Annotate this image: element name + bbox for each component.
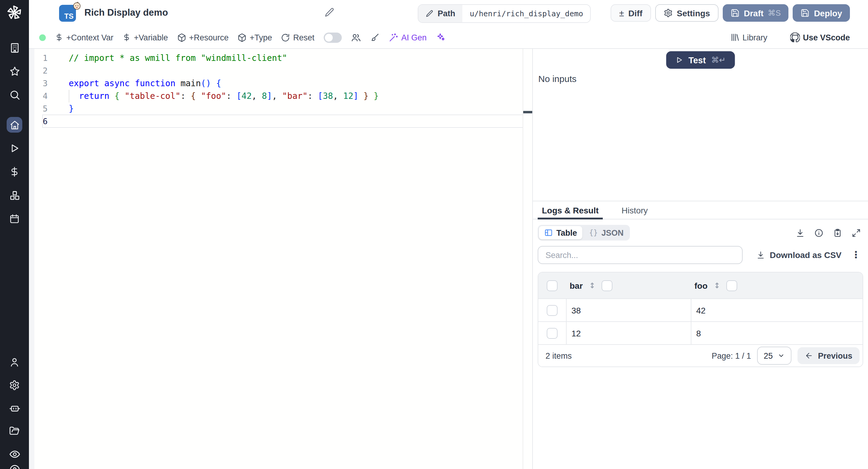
add-type-button[interactable]: +Type bbox=[238, 33, 272, 42]
help-icon[interactable] bbox=[7, 462, 22, 469]
edit-title-pencil-icon[interactable] bbox=[324, 7, 335, 18]
page-indicator: Page: 1 / 1 bbox=[712, 351, 751, 360]
items-count: 2 items bbox=[546, 351, 572, 360]
toolbar-left: +Context Var +Variable +Resource +Type R… bbox=[39, 32, 445, 42]
editor-toolbar: +Context Var +Variable +Resource +Type R… bbox=[29, 27, 868, 49]
add-context-var-button[interactable]: +Context Var bbox=[55, 33, 113, 42]
deploy-button[interactable]: Deploy bbox=[793, 4, 850, 22]
buildings-icon[interactable] bbox=[7, 40, 22, 56]
home-icon[interactable] bbox=[7, 117, 22, 133]
test-button[interactable]: Test ⌘↵ bbox=[666, 51, 735, 69]
code-line[interactable] bbox=[69, 64, 523, 77]
download-icon[interactable] bbox=[796, 228, 805, 237]
code-line[interactable]: // import * as wmill from "windmill-clie… bbox=[69, 52, 523, 64]
resources-boxes-icon[interactable] bbox=[7, 187, 22, 203]
arrow-left-icon bbox=[805, 351, 813, 360]
code-editor[interactable]: 123456 // import * as wmill from "windmi… bbox=[29, 49, 532, 469]
library-books-icon bbox=[730, 33, 739, 42]
ai-gen-button[interactable]: AI Gen bbox=[389, 33, 427, 42]
code-line[interactable] bbox=[69, 115, 523, 128]
star-icon[interactable] bbox=[7, 63, 22, 79]
sidebar-main-group bbox=[7, 117, 22, 227]
settings-gear-icon[interactable] bbox=[7, 377, 22, 393]
schedules-calendar-icon[interactable] bbox=[7, 211, 22, 227]
csv-group: Download as CSV ⋮ bbox=[756, 250, 861, 260]
tab-history[interactable]: History bbox=[617, 201, 652, 219]
use-vscode-button[interactable]: Use VScode bbox=[790, 33, 850, 42]
settings-button[interactable]: Settings bbox=[655, 4, 718, 22]
result-table-footer: 2 items Page: 1 / 1 25 Previous bbox=[538, 344, 863, 367]
draft-button[interactable]: Draft ⌘S bbox=[723, 4, 789, 22]
code-line[interactable]: return { "table-col": { "foo": [42, 8], … bbox=[69, 90, 523, 102]
search-input[interactable] bbox=[538, 246, 743, 264]
code-line[interactable]: export async function main() { bbox=[69, 77, 523, 90]
users-icon[interactable] bbox=[7, 354, 22, 370]
kebab-menu-icon[interactable]: ⋮ bbox=[851, 250, 861, 260]
path-control[interactable]: Path u/henri/rich_display_demo bbox=[418, 4, 591, 23]
library-button[interactable]: Library bbox=[730, 33, 767, 42]
sort-icon[interactable] bbox=[713, 282, 721, 289]
gear-icon bbox=[663, 8, 673, 18]
add-variable-button[interactable]: +Variable bbox=[122, 33, 168, 42]
reset-button[interactable]: Reset bbox=[281, 33, 315, 42]
users-presence-icon[interactable] bbox=[350, 32, 361, 42]
sparkles-icon[interactable] bbox=[435, 33, 445, 42]
tab-logs-result[interactable]: Logs & Result bbox=[538, 201, 603, 219]
page-size-select[interactable]: 25 bbox=[757, 347, 792, 365]
row-checkbox[interactable] bbox=[547, 327, 558, 339]
copy-clipboard-icon[interactable] bbox=[833, 228, 842, 237]
view-json-option[interactable]: {} JSON bbox=[584, 226, 629, 239]
add-resource-button[interactable]: +Resource bbox=[177, 33, 228, 42]
format-brush-icon[interactable] bbox=[370, 33, 379, 42]
status-dot bbox=[39, 34, 46, 41]
folder-open-icon[interactable] bbox=[7, 423, 22, 439]
pencil-icon bbox=[426, 10, 433, 18]
variables-dollar-icon[interactable] bbox=[7, 164, 22, 180]
view-toggle-row: Table {} JSON bbox=[538, 225, 863, 241]
column-header[interactable]: foo bbox=[694, 281, 708, 290]
result-table-header: bar foo bbox=[538, 273, 863, 299]
select-all-checkbox[interactable] bbox=[547, 280, 558, 291]
rotate-reset-icon bbox=[281, 33, 290, 42]
table-row[interactable]: 128 bbox=[538, 321, 863, 344]
expand-icon[interactable] bbox=[852, 228, 861, 237]
table-grid-icon bbox=[544, 228, 553, 237]
previous-page-button[interactable]: Previous bbox=[798, 347, 860, 364]
collab-toggle[interactable] bbox=[323, 32, 341, 42]
audit-eye-icon[interactable] bbox=[7, 446, 22, 462]
line-number: 6 bbox=[29, 115, 52, 128]
diff-button[interactable]: ± Diff bbox=[611, 4, 651, 22]
windmill-logo-icon[interactable] bbox=[7, 5, 22, 21]
result-actions bbox=[796, 228, 861, 237]
editor-code: // import * as wmill from "windmill-clie… bbox=[69, 52, 523, 128]
column-header[interactable]: bar bbox=[569, 281, 583, 290]
code-line[interactable]: } bbox=[69, 102, 523, 115]
download-csv-button[interactable]: Download as CSV bbox=[756, 250, 841, 260]
table-row[interactable]: 3842 bbox=[538, 299, 863, 321]
result-body: Table {} JSON bbox=[533, 219, 868, 367]
info-icon[interactable] bbox=[814, 228, 824, 237]
sort-icon[interactable] bbox=[588, 282, 596, 289]
runs-play-icon[interactable] bbox=[7, 140, 22, 156]
windmill-script-editor: TS Rich Display demo Path u/henri/rich_d… bbox=[0, 0, 868, 469]
row-checkbox[interactable] bbox=[547, 305, 558, 316]
search-icon[interactable] bbox=[7, 87, 22, 102]
result-tabs: Logs & Result History bbox=[533, 201, 868, 219]
path-label-segment[interactable]: Path bbox=[418, 5, 463, 22]
header-actions: ± Diff Settings Draft ⌘S Deploy bbox=[611, 4, 850, 22]
sidebar-admin-group bbox=[7, 354, 22, 462]
column-filter-checkbox[interactable] bbox=[726, 280, 737, 291]
dollar-icon bbox=[122, 33, 131, 41]
draft-shortcut: ⌘S bbox=[768, 8, 781, 18]
column-filter-checkbox[interactable] bbox=[601, 280, 613, 291]
github-icon bbox=[790, 33, 800, 42]
workers-robot-icon[interactable] bbox=[7, 400, 22, 416]
package-icon bbox=[177, 33, 186, 42]
baby-sticker-icon bbox=[72, 1, 82, 10]
script-path[interactable]: u/henri/rich_display_demo bbox=[463, 5, 590, 22]
editor-overview-ruler[interactable] bbox=[523, 49, 532, 469]
view-table-option[interactable]: Table bbox=[539, 226, 583, 239]
table-cell: 42 bbox=[691, 299, 863, 321]
line-number: 1 bbox=[29, 52, 52, 64]
save-icon bbox=[731, 8, 740, 18]
